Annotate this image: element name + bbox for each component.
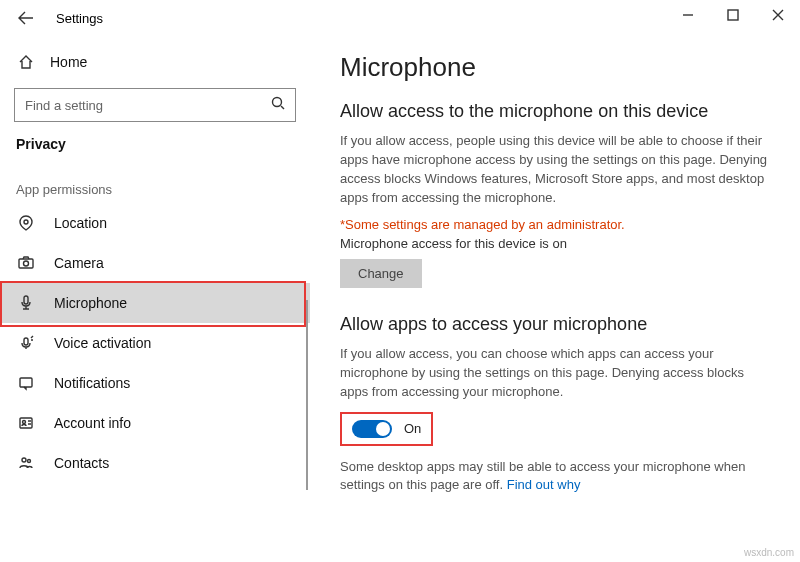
close-button[interactable] bbox=[755, 0, 800, 30]
voice-icon bbox=[16, 335, 36, 351]
find-out-why-link[interactable]: Find out why bbox=[507, 477, 581, 492]
svg-rect-8 bbox=[20, 418, 32, 428]
search-placeholder: Find a setting bbox=[25, 98, 103, 113]
svg-point-10 bbox=[22, 458, 26, 462]
admin-note: *Some settings are managed by an adminis… bbox=[340, 217, 780, 232]
window-title: Settings bbox=[56, 11, 103, 26]
highlight-box bbox=[0, 281, 306, 327]
window-controls bbox=[665, 0, 800, 30]
svg-point-2 bbox=[24, 220, 28, 224]
sidebar-item-voice-activation[interactable]: Voice activation bbox=[0, 323, 310, 363]
page-title: Microphone bbox=[340, 52, 780, 83]
section1-heading: Allow access to the microphone on this d… bbox=[340, 101, 780, 122]
sidebar-item-label: Microphone bbox=[54, 295, 127, 311]
sidebar-item-label: Notifications bbox=[54, 375, 130, 391]
back-button[interactable] bbox=[10, 2, 42, 34]
category-label: Privacy bbox=[16, 136, 294, 152]
sidebar-item-label: Account info bbox=[54, 415, 131, 431]
section-label: App permissions bbox=[16, 182, 294, 197]
apps-access-toggle[interactable] bbox=[352, 420, 392, 438]
svg-rect-6 bbox=[24, 338, 28, 345]
svg-point-1 bbox=[273, 98, 282, 107]
camera-icon bbox=[16, 255, 36, 271]
svg-rect-0 bbox=[728, 10, 738, 20]
sidebar-item-camera[interactable]: Camera bbox=[0, 243, 310, 283]
sidebar-item-notifications[interactable]: Notifications bbox=[0, 363, 310, 403]
change-button[interactable]: Change bbox=[340, 259, 422, 288]
sidebar-item-label: Voice activation bbox=[54, 335, 151, 351]
sidebar-item-label: Location bbox=[54, 215, 107, 231]
toggle-state-label: On bbox=[404, 421, 421, 436]
section1-desc: If you allow access, people using this d… bbox=[340, 132, 770, 207]
home-icon bbox=[16, 54, 36, 70]
minimize-button[interactable] bbox=[665, 0, 710, 30]
toggle-knob bbox=[376, 422, 390, 436]
access-status: Microphone access for this device is on bbox=[340, 236, 780, 251]
sidebar-item-account-info[interactable]: Account info bbox=[0, 403, 310, 443]
svg-point-9 bbox=[23, 421, 26, 424]
svg-point-11 bbox=[28, 460, 31, 463]
toggle-highlight: On bbox=[340, 412, 433, 446]
home-label: Home bbox=[50, 54, 87, 70]
sidebar-item-label: Camera bbox=[54, 255, 104, 271]
location-icon bbox=[16, 215, 36, 231]
section2-heading: Allow apps to access your microphone bbox=[340, 314, 780, 335]
watermark: wsxdn.com bbox=[744, 547, 794, 558]
sidebar-item-location[interactable]: Location bbox=[0, 203, 310, 243]
footer-note: Some desktop apps may still be able to a… bbox=[340, 458, 770, 494]
maximize-button[interactable] bbox=[710, 0, 755, 30]
search-input[interactable]: Find a setting bbox=[14, 88, 296, 122]
sidebar-item-microphone[interactable]: Microphone bbox=[0, 283, 310, 323]
microphone-icon bbox=[16, 295, 36, 311]
sidebar-item-label: Contacts bbox=[54, 455, 109, 471]
section2-desc: If you allow access, you can choose whic… bbox=[340, 345, 770, 402]
home-nav[interactable]: Home bbox=[0, 46, 310, 78]
account-icon bbox=[16, 415, 36, 431]
svg-point-4 bbox=[24, 261, 29, 266]
contacts-icon bbox=[16, 455, 36, 471]
sidebar-item-contacts[interactable]: Contacts bbox=[0, 443, 310, 483]
svg-rect-5 bbox=[24, 296, 28, 304]
svg-rect-7 bbox=[20, 378, 32, 387]
notifications-icon bbox=[16, 375, 36, 391]
sidebar: Home Find a setting Privacy App permissi… bbox=[0, 36, 310, 562]
main-content: Microphone Allow access to the microphon… bbox=[310, 36, 800, 562]
scrollbar[interactable] bbox=[306, 300, 308, 490]
search-icon bbox=[271, 96, 285, 114]
